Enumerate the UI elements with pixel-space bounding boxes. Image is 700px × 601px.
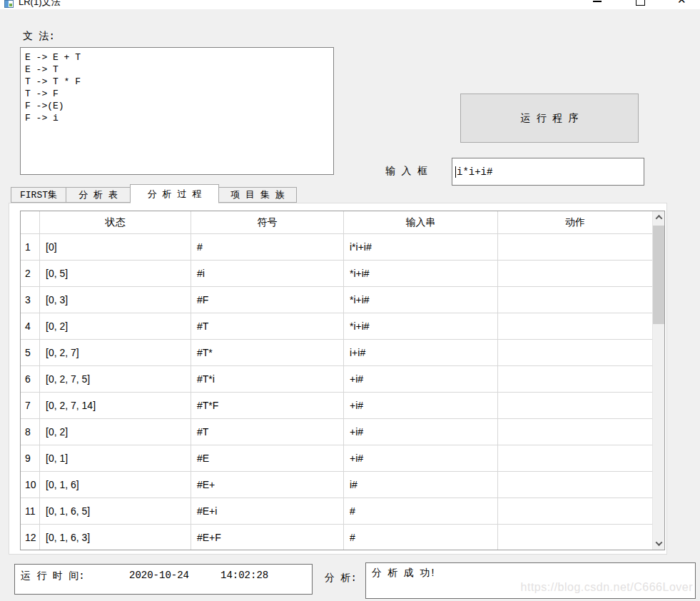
symbol-cell[interactable]: #i	[191, 261, 344, 287]
state-cell[interactable]: [0, 2, 7, 14]	[40, 393, 191, 419]
analysis-result: 分 析 成 功!	[372, 567, 436, 580]
state-cell[interactable]: [0, 5]	[40, 261, 191, 287]
row-number-cell[interactable]: 4	[21, 313, 40, 340]
runtime-label: 运 行 时 间:	[21, 570, 85, 582]
column-header-state[interactable]: 状态	[40, 211, 191, 234]
row-number-cell[interactable]: 5	[21, 340, 40, 366]
input-field-value: i*i+i#	[457, 166, 492, 178]
close-icon[interactable]: ✕	[677, 0, 686, 6]
text-caret	[455, 166, 456, 178]
action-cell[interactable]	[498, 340, 652, 366]
input-cell[interactable]: #	[344, 498, 498, 525]
input-cell[interactable]: +i#	[344, 366, 498, 393]
input-field[interactable]: i*i+i#	[452, 158, 644, 186]
symbol-cell[interactable]: #E+i	[191, 498, 344, 525]
input-cell[interactable]: i#	[344, 472, 498, 498]
table-body: 1 [0] # i*i+i# 2 [0, 5] #i *i+i# 3 [0, 3…	[21, 234, 652, 550]
input-cell[interactable]: #	[344, 525, 498, 550]
symbol-cell[interactable]: #T	[191, 419, 344, 445]
column-header-input[interactable]: 输入串	[344, 211, 498, 234]
row-number-cell[interactable]: 8	[21, 419, 40, 445]
table-row: 8 [0, 2] #T +i#	[21, 419, 652, 445]
maximize-icon[interactable]	[636, 0, 645, 6]
symbol-cell[interactable]: #F	[191, 287, 344, 313]
input-cell[interactable]: *i+i#	[344, 287, 498, 313]
runtime-date: 2020-10-24	[129, 570, 189, 581]
state-cell[interactable]: [0, 2, 7]	[40, 340, 191, 366]
scrollbar-thumb[interactable]	[653, 226, 664, 324]
state-cell[interactable]: [0, 2]	[40, 419, 191, 445]
tab-analysis-process[interactable]: 分 析 过 程	[130, 184, 219, 203]
table-row: 10 [0, 1, 6] #E+ i#	[21, 472, 652, 498]
input-cell[interactable]: +i#	[344, 393, 498, 419]
tab-first-set[interactable]: FIRST集	[11, 187, 66, 203]
action-cell[interactable]	[498, 287, 652, 313]
runtime-box: 运 行 时 间: 2020-10-24 14:02:28	[14, 564, 313, 595]
table-row: 2 [0, 5] #i *i+i#	[21, 261, 652, 287]
input-label: 输 入 框	[385, 165, 427, 178]
row-number-cell[interactable]: 2	[21, 261, 40, 287]
runtime-time: 14:02:28	[220, 570, 268, 581]
symbol-cell[interactable]: #E+F	[191, 525, 344, 550]
table-row: 9 [0, 1] #E +i#	[21, 445, 652, 472]
scroll-down-icon[interactable]	[653, 537, 665, 550]
action-cell[interactable]	[498, 261, 652, 287]
action-cell[interactable]	[498, 445, 652, 472]
symbol-cell[interactable]: #E+	[191, 472, 344, 498]
state-cell[interactable]: [0, 1]	[40, 445, 191, 472]
row-number-cell[interactable]: 1	[21, 234, 40, 261]
grammar-textarea[interactable]: E -> E + T E -> T T -> T * F T -> F F ->…	[20, 47, 334, 175]
input-cell[interactable]: *i+i#	[344, 313, 498, 340]
watermark: https://blog.csdn.net/C666Lover	[521, 581, 693, 594]
state-cell[interactable]: [0, 2]	[40, 313, 191, 340]
input-cell[interactable]: +i#	[344, 419, 498, 445]
row-number-cell[interactable]: 12	[21, 525, 40, 550]
state-cell[interactable]: [0, 3]	[40, 287, 191, 313]
state-cell[interactable]: [0, 2, 7, 5]	[40, 366, 191, 393]
action-cell[interactable]	[498, 498, 652, 525]
tab-analysis-table[interactable]: 分 析 表	[66, 187, 131, 203]
table-row: 11 [0, 1, 6, 5] #E+i #	[21, 498, 652, 525]
action-cell[interactable]	[498, 234, 652, 261]
row-number-cell[interactable]: 3	[21, 287, 40, 313]
action-cell[interactable]	[498, 525, 652, 550]
action-cell[interactable]	[498, 472, 652, 498]
input-cell[interactable]: *i+i#	[344, 261, 498, 287]
minimize-icon[interactable]	[593, 1, 602, 2]
action-cell[interactable]	[498, 393, 652, 419]
row-number-cell[interactable]: 11	[21, 498, 40, 525]
table-header-row: 状态 符号 输入串 动作	[21, 211, 652, 234]
run-program-button[interactable]: 运 行 程 序	[460, 94, 639, 143]
vertical-scrollbar[interactable]	[652, 211, 664, 550]
symbol-cell[interactable]: #E	[191, 445, 344, 472]
app-icon	[4, 0, 14, 8]
row-number-cell[interactable]: 6	[21, 366, 40, 393]
action-cell[interactable]	[498, 366, 652, 393]
state-cell[interactable]: [0]	[40, 234, 191, 261]
parse-process-table: 状态 符号 输入串 动作 1 [0] # i*i+i# 2 [0, 5] #i …	[20, 211, 665, 550]
symbol-cell[interactable]: #T*F	[191, 393, 344, 419]
symbol-cell[interactable]: #T*	[191, 340, 344, 366]
table-row: 5 [0, 2, 7] #T* i+i#	[21, 340, 652, 366]
row-number-cell[interactable]: 10	[21, 472, 40, 498]
action-cell[interactable]	[498, 419, 652, 445]
input-cell[interactable]: i*i+i#	[344, 234, 498, 261]
row-number-cell[interactable]: 7	[21, 393, 40, 419]
symbol-cell[interactable]: #T	[191, 313, 344, 340]
scroll-up-icon[interactable]	[653, 211, 665, 223]
row-number-cell[interactable]: 9	[21, 445, 40, 472]
window-title: LR(1)文法	[19, 0, 61, 9]
state-cell[interactable]: [0, 1, 6]	[40, 472, 191, 498]
state-cell[interactable]: [0, 1, 6, 3]	[40, 525, 191, 550]
symbol-cell[interactable]: #	[191, 234, 344, 261]
column-header-symbol[interactable]: 符号	[191, 211, 344, 234]
symbol-cell[interactable]: #T*i	[191, 366, 344, 393]
state-cell[interactable]: [0, 1, 6, 5]	[40, 498, 191, 525]
input-cell[interactable]: +i#	[344, 445, 498, 472]
table-corner-cell[interactable]	[21, 211, 40, 234]
action-cell[interactable]	[498, 313, 652, 340]
column-header-action[interactable]: 动作	[498, 211, 652, 234]
tab-item-sets[interactable]: 项 目 集 族	[218, 187, 297, 203]
table-row: 7 [0, 2, 7, 14] #T*F +i#	[21, 393, 652, 419]
input-cell[interactable]: i+i#	[344, 340, 498, 366]
